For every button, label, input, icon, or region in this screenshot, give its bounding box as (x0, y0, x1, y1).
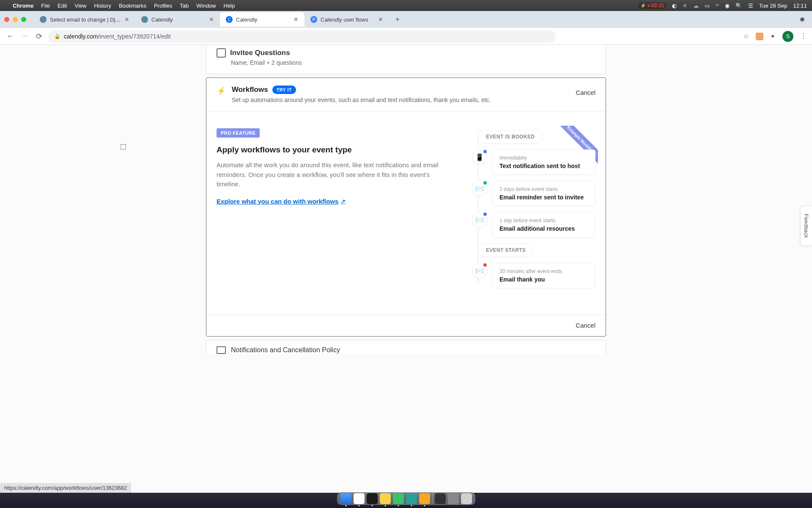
browser-tab[interactable]: 🌐 Select email to change | Django ✕ (34, 12, 135, 27)
menu-window[interactable]: Window (196, 3, 216, 9)
external-link-icon: ↗ (341, 198, 346, 204)
dock-trash-icon[interactable] (461, 493, 472, 504)
back-button[interactable]: ← (5, 32, 15, 41)
timeline-label: EVENT STARTS (478, 243, 534, 257)
tab-close-button[interactable]: ✕ (209, 16, 214, 23)
chrome-menu-button[interactable]: ⋮ (800, 32, 807, 40)
macos-menubar: Chrome File Edit View History Bookmarks … (0, 0, 812, 11)
dock-app[interactable] (406, 493, 417, 504)
menubar-date[interactable]: Tue 28 Sep (759, 3, 787, 9)
menu-edit[interactable]: Edit (58, 3, 67, 9)
globe-icon: 🌐 (141, 16, 148, 23)
url-path: /event_types/73920714/edit (98, 33, 171, 40)
bell-icon (217, 346, 226, 354)
example-workflows-panel: Example Workflows EVENT IS BOOKED 📱 Imme… (469, 128, 595, 298)
browser-tab-active[interactable]: C Calendly ✕ (220, 12, 304, 27)
timeline-when: Immediately (499, 155, 588, 161)
wifi-icon[interactable]: ⌔ (716, 3, 719, 9)
timeline-what: Email thank you (499, 276, 588, 283)
bookmark-star-icon[interactable]: ☆ (743, 32, 749, 40)
macos-dock-area (0, 493, 812, 508)
menu-view[interactable]: View (74, 3, 86, 9)
tab-title: Select email to change | Django (50, 17, 121, 23)
tab-title: Calendly (236, 17, 290, 23)
menu-help[interactable]: Help (224, 3, 235, 9)
extensions-button[interactable]: ✦ (770, 33, 776, 40)
tabstrip-overflow-icon[interactable] (800, 17, 804, 22)
section-title: Invitee Questions (230, 49, 290, 57)
invitee-questions-section[interactable]: Invitee Questions Name, Email + 2 questi… (206, 45, 606, 74)
mouse-cursor: ⬚ (120, 142, 126, 150)
new-tab-button[interactable]: + (392, 14, 403, 25)
lock-icon[interactable]: 🔒 (54, 33, 60, 39)
menu-tab[interactable]: Tab (180, 3, 189, 9)
browser-tab[interactable]: P Calendly user flows ✕ (304, 12, 389, 27)
notifications-section[interactable]: Notifications and Cancellation Policy (206, 340, 606, 354)
link-text: Explore what you can do with workflows (217, 198, 338, 205)
timeline-item: ✉️ 1 day before event starts Email addit… (480, 212, 595, 237)
tab-close-button[interactable]: ✕ (124, 16, 129, 23)
window-zoom-button[interactable] (21, 17, 26, 22)
timeline-when: 2 days before event starts (499, 186, 588, 192)
control-center-icon[interactable]: ◉ (725, 3, 730, 9)
tab-close-button[interactable]: ✕ (294, 16, 299, 23)
window-close-button[interactable] (4, 17, 9, 22)
pro-feature-badge: PRO FEATURE (217, 128, 260, 138)
form-icon (217, 48, 226, 58)
menuextra-icon[interactable]: ◐ (672, 3, 677, 9)
extension-icon[interactable] (756, 33, 763, 40)
timeline-what: Email reminder sent to invitee (499, 194, 588, 201)
explore-workflows-link[interactable]: Explore what you can do with workflows ↗ (217, 198, 346, 205)
section-subtitle: Set up automations around your events, s… (232, 97, 570, 103)
spotlight-icon[interactable]: 🔍 (735, 3, 742, 9)
url-domain: calendly.com (64, 33, 98, 40)
cancel-button[interactable]: Cancel (576, 89, 595, 96)
browser-tab[interactable]: 🌐 Calendly ✕ (135, 12, 220, 27)
app-name[interactable]: Chrome (13, 3, 33, 9)
dock-app[interactable] (435, 493, 446, 504)
try-it-badge[interactable]: TRY IT (272, 86, 296, 94)
timeline-item: ✉️ 2 days before event starts Email remi… (480, 181, 595, 206)
calendly-icon: C (226, 16, 233, 23)
link-status-bar: https://calendly.com/app/workflows/user/… (0, 483, 131, 493)
battery-indicator[interactable]: ⚡✕02:31 (639, 2, 666, 9)
timeline-item: ✉️ 30 minutes after event ends Email tha… (480, 263, 595, 288)
tab-close-button[interactable]: ✕ (378, 16, 383, 23)
dock-app[interactable] (419, 493, 430, 504)
menu-history[interactable]: History (94, 3, 111, 9)
tab-title: Calendly user flows (321, 17, 375, 23)
workflows-description: Automate all the work you do around this… (217, 160, 452, 189)
menuextra-icon[interactable]: ☁ (693, 3, 699, 9)
mail-icon: ✉️ (472, 263, 487, 278)
profile-avatar[interactable]: S (782, 31, 793, 42)
dock-app-notes[interactable] (380, 493, 391, 504)
bolt-icon: ⚡ (217, 86, 226, 96)
menu-bookmarks[interactable]: Bookmarks (119, 3, 146, 9)
workflows-section: ⚡ Workflows TRY IT Set up automations ar… (206, 77, 606, 337)
workflows-heading: Apply workflows to your event type (217, 145, 452, 155)
section-subtitle: Name, Email + 2 questions (231, 59, 595, 66)
browser-tabstrip: 🌐 Select email to change | Django ✕ 🌐 Ca… (0, 11, 812, 28)
mail-icon: ✉️ (472, 181, 487, 196)
menu-profiles[interactable]: Profiles (154, 3, 172, 9)
forward-button[interactable]: → (19, 32, 30, 41)
menu-file[interactable]: File (41, 3, 50, 9)
dock-app[interactable] (393, 493, 404, 504)
reload-button[interactable]: ⟳ (34, 32, 44, 41)
menubar-time[interactable]: 12:11 (793, 3, 807, 9)
battery-icon[interactable]: ▭ (705, 3, 710, 9)
macos-dock (337, 492, 475, 505)
window-minimize-button[interactable] (13, 17, 18, 22)
feedback-tab[interactable]: Feedback (800, 206, 812, 246)
timeline-what: Text notification sent to host (499, 163, 588, 169)
phone-icon: 📱 (472, 149, 487, 165)
timeline-when: 30 minutes after event ends (499, 268, 588, 274)
dock-app[interactable] (448, 493, 459, 504)
cancel-button[interactable]: Cancel (576, 322, 595, 329)
dock-app-terminal[interactable] (367, 493, 378, 504)
notification-center-icon[interactable]: ☰ (748, 3, 753, 9)
dock-app-finder[interactable] (340, 493, 351, 504)
dock-app-chrome[interactable] (354, 493, 365, 504)
menuextra-icon[interactable]: ✕ (683, 3, 687, 9)
address-bar[interactable]: 🔒 calendly.com/event_types/73920714/edit (48, 30, 556, 43)
